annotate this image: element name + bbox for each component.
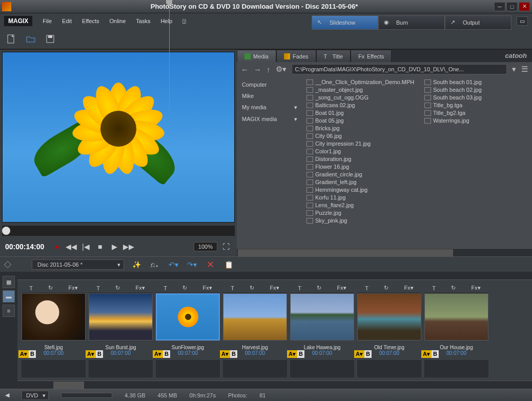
chevron-left-icon[interactable]: ◀ xyxy=(5,392,9,398)
menu-file[interactable]: File xyxy=(38,16,56,26)
preview-image[interactable] xyxy=(2,52,235,223)
clip[interactable]: T↻Fx▾A▾BHarvest.jpg00:07:00 xyxy=(223,283,287,377)
file-item[interactable]: Hemmingway cat.jpg xyxy=(304,186,422,193)
clip-rotate-btn[interactable]: ↻ xyxy=(115,285,120,291)
clip-title-btn[interactable]: T xyxy=(432,285,436,291)
mode-output[interactable]: ↗Output xyxy=(445,15,511,30)
scrubber-handle[interactable] xyxy=(2,227,10,235)
close-button[interactable]: ✕ xyxy=(519,2,530,11)
clip-fx-btn[interactable]: Fx▾ xyxy=(472,285,481,291)
open-button[interactable] xyxy=(25,33,37,45)
clip-fx-btn[interactable]: Fx▾ xyxy=(404,285,414,291)
clip[interactable]: T↻Fx▾A▾BLake Hawea.jpg00:07:00 xyxy=(290,283,354,377)
clip-title-btn[interactable]: T xyxy=(29,285,33,291)
menu-help[interactable]: Help xyxy=(156,16,176,26)
file-item[interactable]: Waterrings.jpg xyxy=(422,117,484,124)
tree-magixmedia[interactable]: MAGIX media▾ xyxy=(242,116,297,123)
tab-fades[interactable]: Fades xyxy=(276,50,316,62)
new-button[interactable] xyxy=(5,33,17,45)
ab-transition[interactable]: A▾B xyxy=(153,350,170,358)
delete-button[interactable]: ✕ xyxy=(204,258,216,271)
browser-hscroll[interactable] xyxy=(237,248,532,256)
rewind-button[interactable]: ◀◀ xyxy=(66,241,77,252)
clip-title-btn[interactable]: T xyxy=(365,285,369,291)
split-button[interactable]: ⎌▾ xyxy=(149,258,161,271)
clip[interactable]: T↻Fx▾A▾BStefi.jpg00:07:00 xyxy=(22,283,86,377)
forward-button[interactable]: ▶▶ xyxy=(123,241,134,252)
scrubber[interactable] xyxy=(2,226,235,236)
tab-title[interactable]: TTitle xyxy=(316,50,351,62)
tree-computer[interactable]: Computer xyxy=(242,82,297,88)
clip-fx-btn[interactable]: Fx▾ xyxy=(270,285,279,291)
mode-slideshow[interactable]: ↖Slideshow xyxy=(312,15,378,30)
file-item[interactable]: Title_bg2.tga xyxy=(422,109,484,116)
file-item[interactable]: South beach 02.jpg xyxy=(422,86,484,93)
file-item[interactable]: __One_Click_Optimization_Demo.MPH xyxy=(304,78,422,86)
file-item[interactable]: Title_bg.tga xyxy=(422,102,484,109)
save-button[interactable] xyxy=(44,33,56,45)
clip-title-btn[interactable]: T xyxy=(298,285,301,291)
file-item[interactable]: Color1.jpg xyxy=(304,148,422,155)
undo-button[interactable]: ↶▾ xyxy=(167,258,179,271)
clip-rotate-btn[interactable]: ↻ xyxy=(250,285,254,291)
nav-options[interactable]: ⚙▾ xyxy=(276,65,287,74)
file-item[interactable]: Boat 01.jpg xyxy=(304,109,422,116)
clip[interactable]: T↻Fx▾A▾BOld Timer.jpg00:07:00 xyxy=(357,283,421,377)
clip-fx-btn[interactable]: Fx▾ xyxy=(337,285,346,291)
file-item[interactable]: Sky_pink.jpg xyxy=(304,217,422,224)
file-item[interactable]: Korfu 11.jpg xyxy=(304,194,422,201)
menu-tasks[interactable]: Tasks xyxy=(132,16,154,26)
stop-button[interactable]: ■ xyxy=(94,241,106,252)
menu-help-icon[interactable]: ⍰ xyxy=(178,16,190,26)
wizard-button[interactable]: ✨ xyxy=(130,258,142,271)
file-item[interactable]: Distoration.jpg xyxy=(304,155,422,163)
clip-rotate-btn[interactable]: ↻ xyxy=(317,285,321,291)
clip-fx-btn[interactable]: Fx▾ xyxy=(69,285,78,291)
tab-media[interactable]: Media xyxy=(237,50,276,62)
file-item[interactable]: City 06.jpg xyxy=(304,132,422,139)
clip-thumbnail[interactable] xyxy=(223,293,287,340)
file-item[interactable]: _song_cut_ogg.OGG xyxy=(304,94,422,101)
timeline-hscroll[interactable] xyxy=(17,380,532,389)
tree-user[interactable]: Mike xyxy=(242,93,297,99)
ab-transition[interactable]: A▾B xyxy=(86,350,103,358)
ab-transition[interactable]: A▾B xyxy=(220,350,237,358)
clip-title-btn[interactable]: T xyxy=(163,285,167,291)
file-item[interactable]: Flower 16.jpg xyxy=(304,163,422,170)
clip-rotate-btn[interactable]: ↻ xyxy=(384,285,388,291)
settings-button[interactable]: ▭ xyxy=(517,16,528,26)
prev-button[interactable]: |◀ xyxy=(80,241,91,252)
menu-edit[interactable]: Edit xyxy=(58,16,76,26)
play-button[interactable]: ▶ xyxy=(109,241,120,252)
clip[interactable]: T↻Fx▾A▾BOur House.jpg00:07:00 xyxy=(424,283,488,377)
minimize-button[interactable]: ─ xyxy=(494,2,505,11)
fullscreen-button[interactable]: ⛶ xyxy=(220,241,232,252)
disc-select[interactable]: Disc 2011-05-06 * xyxy=(32,259,124,270)
file-item[interactable]: Gradient_left.jpg xyxy=(304,178,422,186)
path-dropdown[interactable]: ▾ xyxy=(512,65,516,74)
file-item[interactable]: Puzzle.jpg xyxy=(304,209,422,216)
tree-mymedia[interactable]: My media▾ xyxy=(242,104,297,111)
marker-icon[interactable] xyxy=(4,260,11,268)
menu-effects[interactable]: Effects xyxy=(78,16,103,26)
file-item[interactable]: South beach 01.jpg xyxy=(422,78,484,86)
catooh-link[interactable]: catooh xyxy=(500,50,532,62)
clip-thumbnail[interactable] xyxy=(156,293,220,340)
clip-thumbnail[interactable] xyxy=(22,293,86,340)
paste-button[interactable]: 📋 xyxy=(222,258,235,271)
view-list[interactable]: ☰ xyxy=(521,65,528,74)
record-button[interactable]: ● xyxy=(51,241,63,252)
clip-fx-btn[interactable]: Fx▾ xyxy=(136,285,145,291)
nav-up[interactable]: ↑ xyxy=(267,65,271,74)
clip-rotate-btn[interactable]: ↻ xyxy=(182,285,187,291)
ab-transition[interactable]: A▾B xyxy=(287,350,304,358)
mode-burn[interactable]: ◉Burn xyxy=(378,15,445,30)
clip-thumbnail[interactable] xyxy=(290,293,354,340)
file-item[interactable]: Lens_flare2.jpg xyxy=(304,202,422,209)
clip-thumbnail[interactable] xyxy=(89,293,153,340)
file-item[interactable]: South beach 03.jpg xyxy=(422,94,484,101)
ab-transition[interactable]: A▾B xyxy=(421,350,439,358)
clip-rotate-btn[interactable]: ↻ xyxy=(48,285,53,291)
tab-effects[interactable]: FxEffects xyxy=(351,50,392,62)
ab-transition[interactable]: A▾B xyxy=(18,350,36,358)
